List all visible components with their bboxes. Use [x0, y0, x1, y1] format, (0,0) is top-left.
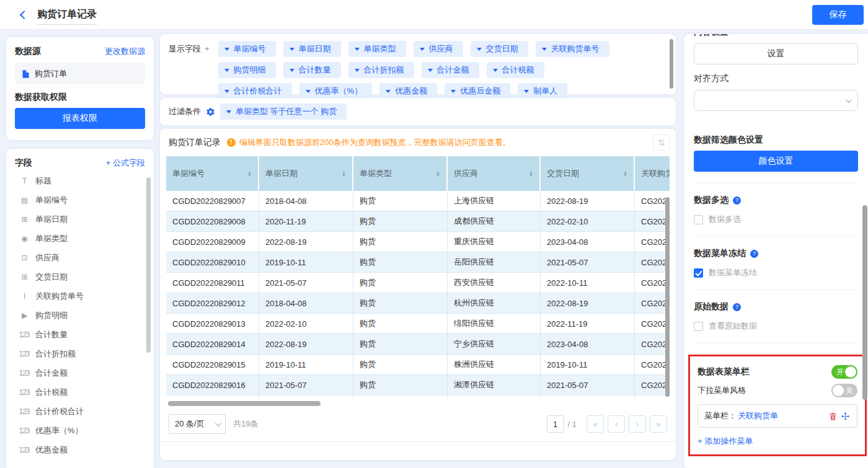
display-field-tag[interactable]: 制单人 [518, 83, 567, 99]
caret-down-icon [428, 69, 433, 72]
add-formula-field-link[interactable]: + 公式字段 [106, 157, 145, 169]
cell-delivery-date: 2019-10-11 [541, 355, 635, 374]
cell-type: 购货 [353, 252, 448, 272]
first-page-button[interactable]: « [587, 415, 604, 433]
color-settings-button[interactable]: 颜色设置 [694, 151, 858, 172]
report-permission-button[interactable]: 报表权限 [15, 108, 145, 129]
fields-card: 字段 + 公式字段 T 标题 ▤ 单据编号 ⊞ 单据日期 ◉ 单据类型 [6, 149, 154, 468]
field-label: 合计数量 [35, 329, 68, 340]
table-row: CGDD20220829014 2022-08-19 购货 宁乡供应链 2023… [166, 334, 670, 355]
checkbox-checked[interactable] [694, 268, 703, 278]
cell-related-order: CG2022 [635, 191, 670, 211]
field-item[interactable]: 123 合计价税合计 [15, 402, 145, 421]
add-action-menu-link[interactable]: + 添加操作菜单 [698, 436, 753, 447]
raw-data-checkbox-row[interactable]: 查看原始数据 [694, 320, 858, 332]
help-icon[interactable]: ? [733, 303, 741, 311]
display-fields-scrollbar[interactable] [670, 39, 673, 89]
column-header[interactable]: 关联购货 [635, 156, 670, 191]
delete-button[interactable] [827, 410, 838, 422]
field-item[interactable]: 123 合计折扣额 [15, 344, 145, 363]
filter-condition-tag[interactable]: 单据类型 等于任意一个 购货 [220, 104, 347, 120]
field-item[interactable]: ▤ 单据编号 [15, 190, 145, 210]
display-field-tag[interactable]: 购货明细 [218, 62, 276, 78]
field-item[interactable]: 123 优惠率（%） [15, 421, 145, 440]
column-header[interactable]: 供应商 [448, 156, 541, 191]
field-label: 单据类型 [35, 233, 68, 244]
menu-freeze-checkbox-row[interactable]: 数据菜单冻结 [694, 267, 858, 278]
table-vertical-scrollbar[interactable] [665, 197, 670, 397]
back-button[interactable] [19, 10, 29, 20]
field-item[interactable]: 123 合计金额 [15, 363, 145, 382]
field-item[interactable]: 123 合计税额 [15, 382, 145, 402]
display-field-tag[interactable]: 合计数量 [283, 62, 341, 78]
caret-down-icon [290, 48, 294, 51]
add-display-field-button[interactable]: + [205, 41, 210, 87]
menu-bar-toggle-on[interactable]: 开 [831, 365, 857, 379]
page-title[interactable]: 购货订单记录 [37, 8, 97, 25]
display-field-tag[interactable]: 合计金额 [422, 62, 479, 78]
display-field-tag[interactable]: 单据编号 [218, 41, 276, 57]
display-field-tag[interactable]: 单据类型 [348, 41, 406, 57]
field-item[interactable]: 123 合计数量 [15, 325, 145, 344]
field-item[interactable]: ◉ 单据类型 [15, 229, 145, 248]
last-page-button[interactable]: » [650, 415, 667, 433]
next-page-button[interactable]: › [629, 415, 646, 433]
column-header[interactable]: 交货日期 [541, 156, 635, 191]
gear-icon[interactable] [206, 107, 215, 117]
table-sort-button[interactable]: ⇅ [653, 135, 670, 151]
display-field-tag[interactable]: 合计税额 [487, 62, 544, 78]
help-icon[interactable]: ? [733, 196, 741, 205]
field-item[interactable]: ⊡ 供应商 [15, 248, 145, 267]
align-select[interactable] [694, 90, 858, 111]
field-item[interactable]: ⊞ 交货日期 [15, 267, 145, 286]
raw-data-title: 原始数据 [694, 301, 728, 312]
field-item[interactable]: ⊞ 单据日期 [15, 210, 145, 229]
display-field-tag[interactable]: 交货日期 [471, 41, 528, 57]
prev-page-button[interactable]: ‹ [608, 415, 625, 433]
data-table: 单据编号 单据日期 单据类型 供应商 [166, 156, 670, 399]
display-field-tag[interactable]: 关联购货单号 [536, 41, 609, 57]
help-icon[interactable]: ? [750, 250, 758, 258]
field-item[interactable]: ▶ 购货明细 [15, 306, 145, 325]
sort-carets-icon [247, 170, 252, 177]
table-row: CGDD20220829012 2018-04-08 购货 杭州供应链 2022… [166, 293, 670, 314]
display-field-tag[interactable]: 优惠后金额 [445, 83, 510, 99]
display-field-tag[interactable]: 优惠率（%） [299, 83, 373, 99]
tag-label: 优惠后金额 [460, 86, 500, 97]
move-handle[interactable] [839, 410, 851, 422]
field-label: 单据日期 [35, 214, 68, 225]
checkbox-unchecked[interactable] [694, 215, 703, 224]
cell-supplier: 湘潭供应链 [448, 375, 541, 395]
display-field-tag[interactable]: 优惠金额 [379, 83, 437, 99]
page-number-input[interactable] [547, 415, 564, 433]
tag-label: 制单人 [533, 86, 557, 97]
dropdown-style-toggle-off[interactable]: 关 [831, 384, 857, 397]
multi-select-checkbox-row[interactable]: 数据多选 [694, 214, 858, 225]
cell-date: 2022-08-19 [259, 232, 353, 252]
toggle-off-label: 关 [846, 384, 853, 397]
save-button[interactable]: 保存 [812, 5, 864, 25]
column-header[interactable]: 单据编号 [166, 156, 259, 191]
tag-label: 单据类型 [364, 43, 396, 55]
field-item[interactable]: T 标题 [15, 171, 145, 190]
display-field-tag[interactable]: 合计折扣额 [348, 62, 414, 78]
field-item[interactable]: I 关联购货单号 [15, 286, 145, 306]
table-horizontal-scrollbar[interactable] [168, 401, 321, 406]
settings-button[interactable]: 设置 [694, 43, 858, 64]
datasource-item[interactable]: 购货订单 [15, 63, 145, 84]
page-size-select[interactable]: 20 条/页 [169, 414, 226, 434]
display-field-tag[interactable]: 供应商 [414, 41, 463, 57]
column-header[interactable]: 单据日期 [259, 156, 353, 191]
number-icon: 123 [19, 407, 30, 416]
checkbox-unchecked[interactable] [694, 322, 703, 331]
display-field-tag[interactable]: 合计价税合计 [218, 83, 292, 99]
cell-supplier: 上海供应链 [448, 191, 541, 211]
column-header[interactable]: 单据类型 [353, 156, 448, 191]
multi-select-title: 数据多选 [694, 195, 728, 206]
fields-scrollbar[interactable] [146, 177, 151, 353]
change-datasource-link[interactable]: 更改数据源 [105, 46, 145, 57]
menu-bar-item[interactable]: 菜单栏： 关联购货单 [698, 404, 857, 428]
panel-scrollbar[interactable] [862, 205, 867, 400]
display-field-tag[interactable]: 单据日期 [283, 41, 341, 57]
field-item[interactable]: 123 优惠金额 [15, 440, 145, 459]
